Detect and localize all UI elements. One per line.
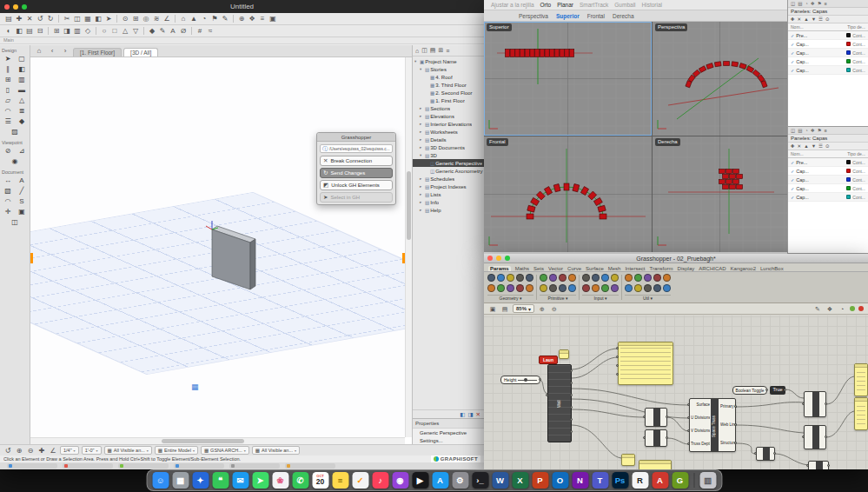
layer-row[interactable]: ✓Cap...Cont... [788,57,868,66]
toolbar-icon[interactable]: ✎ [220,13,230,24]
toolbar-icon[interactable]: ◎ [141,13,151,24]
layer-color-swatch[interactable] [846,169,851,173]
archicad-titlebar[interactable]: Untitled [0,0,484,13]
gh-tab-sets[interactable]: Sets [533,266,544,271]
gh-tab-surface[interactable]: Surface [586,266,604,271]
scrollbar-thumb[interactable] [407,171,411,240]
view-tab[interactable]: [1. First Floor] [73,48,122,57]
disclosure-icon[interactable]: ▸ [420,106,424,110]
layer-color-swatch[interactable] [846,68,851,72]
gh-number-slider[interactable]: Height [500,376,540,384]
quick-options-dropdown[interactable]: ▦Entire Model▾ [155,446,198,455]
layer-visible-icon[interactable]: ✓ [791,50,794,56]
gh-component[interactable] [756,447,775,461]
osnap-toggle-gumball[interactable]: Gumball [614,2,635,8]
toolbar-icon[interactable]: ∠ [162,13,172,24]
viewport-tab-perspectiva[interactable]: Perspectiva [519,13,548,19]
navigator-item[interactable]: ▸▤Help [413,206,484,214]
layer-visible-icon[interactable]: ✓ [791,195,794,200]
disclosure-icon[interactable]: ▸ [420,130,424,134]
section-tool[interactable]: ⊘ [2,146,14,156]
view-tab[interactable]: [3D / All] [123,48,158,57]
dock-palette-icon[interactable]: ◧ [460,411,465,418]
column-tool[interactable]: ▯ [2,85,14,96]
layer-tool-icon[interactable]: ✕ [798,143,802,149]
panel-tab-icon[interactable]: ❖ [811,128,815,133]
navigator-item[interactable]: ▸▤Info [413,198,484,206]
gh-tab-lunchbox[interactable]: LunchBox [760,266,784,271]
wire-port[interactable] [570,394,573,396]
dock-icon-launchpad[interactable]: ▦ [172,472,189,489]
wire-port[interactable] [570,418,573,421]
background-window-chip[interactable] [7,463,57,469]
rhino-viewport-perspectiva[interactable]: Perspectiva [653,22,787,136]
viewport-label[interactable]: Perspectiva [655,23,687,31]
disclosure-icon[interactable]: ▸ [420,114,424,118]
toolbar-icon[interactable]: □ [109,25,120,37]
arc-tool[interactable]: ◠ [2,196,14,207]
drawing-tool[interactable]: ◫ [9,217,21,228]
navigator-item[interactable]: ▦2. Second Floor [413,89,484,96]
quick-option-icon[interactable]: ✚ [37,445,46,456]
component-icon[interactable] [526,274,533,282]
toolbar-icon[interactable]: # [195,25,205,37]
panel-tab-icon[interactable]: ⚑ [818,1,822,6]
solver-on-icon[interactable] [850,306,855,311]
navigator-item[interactable]: ▸▤Details [413,136,484,143]
quick-options-dropdown[interactable]: ▦All Visible an...▾ [104,446,152,455]
layer-visible-icon[interactable]: ✓ [791,42,794,47]
viewport-tab-derecha[interactable]: Derecha [613,13,634,19]
dock-icon-teams[interactable]: T [592,472,608,489]
component-icon[interactable] [487,274,495,282]
layer-tool-icon[interactable]: ⊙ [825,17,830,22]
layer-tool-icon[interactable]: ☰ [818,143,823,149]
toolbar-icon[interactable]: ⊞ [130,13,141,24]
break-connection-button[interactable]: ✕Break Connection [320,156,393,166]
wire-port[interactable] [754,452,757,455]
horizontal-scrollbar[interactable] [30,437,405,444]
dock-icon-music[interactable]: ♪ [372,472,388,489]
component-icon[interactable] [507,284,514,292]
background-window-chip[interactable] [118,463,169,469]
disclosure-icon[interactable]: ▸ [420,122,424,126]
gh-tab-maths[interactable]: Maths [515,266,529,271]
toolbar-icon[interactable]: ⌂ [178,13,189,24]
component-icon[interactable] [644,284,652,292]
viewport-label[interactable]: Derecha [655,138,680,146]
curtain-wall-tool[interactable]: ▥ [16,75,28,85]
dock-icon-grasshopper[interactable]: G [672,472,688,489]
toolbar-icon[interactable]: ◧ [93,13,103,24]
dock-icon-terminal[interactable]: ›_ [472,472,488,489]
component-icon[interactable] [540,274,547,282]
navigator-header-icon[interactable]: ◫ [421,47,427,54]
wire-port[interactable] [570,369,573,372]
layer-row[interactable]: ✓Cap...Cont... [788,40,868,49]
layer-row[interactable]: ✓Pre...Cont... [788,31,868,40]
rhino-viewport-superior[interactable]: Superior [484,22,652,136]
dock-icon-safari[interactable]: ✦ [192,472,209,489]
component-icon[interactable] [516,284,524,292]
marquee-tool[interactable]: ▢ [16,54,28,64]
zoom-in-icon[interactable]: ⊕ [538,303,547,315]
component-icon[interactable] [625,284,633,292]
toolbar-icon[interactable]: ≡ [257,13,268,24]
layer-tool-icon[interactable]: ▼ [812,17,816,22]
wire-port[interactable] [825,435,827,438]
layer-color-swatch[interactable] [846,186,851,190]
stair-tool[interactable]: ≣ [16,106,28,116]
layer-tool-icon[interactable]: ✚ [791,17,795,22]
gh-tab-curve[interactable]: Curve [567,266,581,271]
beam-tool[interactable]: ▬ [16,85,28,96]
component-icon[interactable] [663,284,671,292]
layer-row[interactable]: ✓Cap...Cont... [788,193,868,202]
navigator-item[interactable]: ▸▤Sections [413,104,484,112]
dock-icon-system-settings[interactable]: ⚙ [452,472,468,489]
wire-port[interactable] [827,464,830,467]
component-icon[interactable] [487,284,495,292]
disclosure-icon[interactable]: ▸ [420,145,424,150]
navigator-item[interactable]: ▦4. Roof [413,73,484,81]
elevation-tool[interactable]: ⊿ [16,146,28,156]
background-window-chip[interactable] [63,463,113,469]
forward-icon[interactable]: › [60,46,70,57]
wire-port[interactable] [784,389,786,391]
